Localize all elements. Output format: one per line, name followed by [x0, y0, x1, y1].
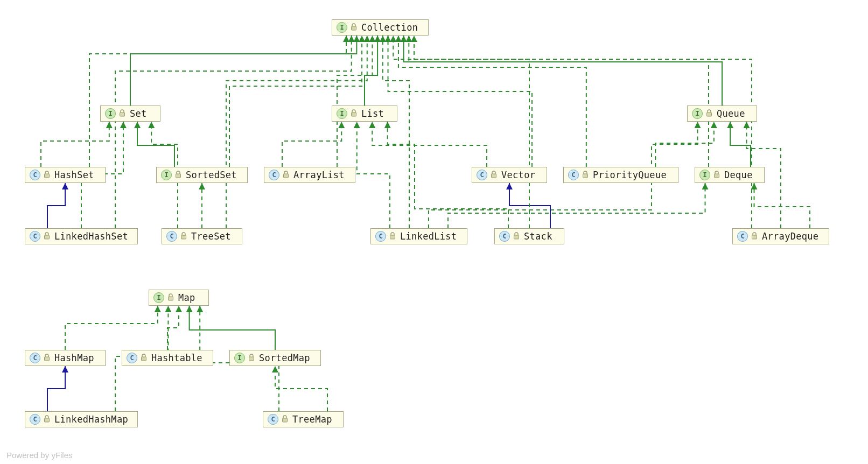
node-sortedset[interactable]: ISortedSet — [156, 167, 248, 183]
svg-rect-12 — [390, 235, 395, 239]
node-arraydeque[interactable]: CArrayDeque — [732, 228, 829, 244]
interface-icon: I — [337, 22, 347, 33]
lock-icon — [141, 353, 151, 363]
edge-treeset-to-collection — [226, 36, 367, 228]
node-hashset[interactable]: CHashSet — [25, 167, 106, 183]
node-label: LinkedHashMap — [54, 414, 128, 425]
edge-hashset-to-set — [41, 122, 109, 167]
svg-rect-0 — [352, 26, 356, 30]
node-label: SortedMap — [259, 353, 310, 363]
lock-icon — [167, 293, 178, 303]
node-treeset[interactable]: CTreeSet — [162, 228, 242, 244]
interface-icon: I — [105, 108, 116, 119]
interface-icon: I — [337, 108, 347, 119]
svg-rect-11 — [181, 235, 186, 239]
node-hashtable[interactable]: CHashtable — [122, 350, 213, 366]
node-label: HashSet — [54, 170, 94, 180]
class-icon: C — [30, 353, 40, 363]
class-icon: C — [30, 170, 40, 180]
lock-icon — [713, 170, 724, 180]
edge-linkedlist-to-list — [357, 122, 390, 228]
node-treemap[interactable]: CTreeMap — [263, 411, 344, 427]
node-label: Set — [130, 108, 147, 119]
lock-icon — [180, 231, 191, 242]
edge-treemap-to-sortedmap — [275, 366, 327, 411]
node-queue[interactable]: IQueue — [687, 106, 757, 122]
node-arraylist[interactable]: CArrayList — [264, 167, 355, 183]
edge-set-to-collection — [130, 36, 356, 106]
node-deque[interactable]: IDeque — [695, 167, 765, 183]
interface-icon: I — [234, 353, 245, 363]
svg-rect-10 — [45, 235, 50, 239]
class-icon: C — [568, 170, 579, 180]
lock-icon — [119, 109, 130, 119]
lock-icon — [389, 231, 400, 242]
lock-icon — [282, 414, 292, 425]
lock-icon — [351, 23, 361, 33]
lock-icon — [44, 170, 54, 180]
node-label: ArrayDeque — [762, 231, 818, 242]
node-linkedhashmap[interactable]: CLinkedHashMap — [25, 411, 138, 427]
node-label: LinkedHashSet — [54, 231, 128, 242]
edge-vector-to-collection — [388, 36, 532, 167]
node-set[interactable]: ISet — [100, 106, 160, 122]
interface-icon: I — [153, 292, 164, 303]
node-linkedhashset[interactable]: CLinkedHashSet — [25, 228, 138, 244]
node-sortedmap[interactable]: ISortedMap — [229, 350, 321, 366]
edge-priorityqueue-to-collection — [398, 36, 586, 167]
footer-attribution: Powered by yFiles — [6, 451, 73, 460]
svg-rect-18 — [249, 357, 254, 361]
class-icon: C — [268, 414, 278, 425]
edge-arraylist-to-list — [282, 122, 341, 167]
lock-icon — [513, 231, 524, 242]
edge-deque-to-collection — [409, 36, 709, 167]
edge-linkedhashset-to-collection — [115, 36, 352, 228]
edge-linkedlist-to-deque — [448, 183, 705, 228]
edge-stack-to-vector — [509, 183, 550, 228]
edge-linkedlist-to-collection — [383, 36, 409, 228]
node-label: Collection — [361, 22, 418, 33]
interface-icon: I — [692, 108, 703, 119]
lock-icon — [491, 170, 501, 180]
node-linkedlist[interactable]: CLinkedList — [370, 228, 467, 244]
edge-priorityqueue-to-queue — [655, 122, 714, 167]
lock-icon — [283, 170, 293, 180]
edge-stack-to-collection — [393, 36, 529, 228]
lock-icon — [44, 231, 54, 242]
svg-rect-20 — [283, 418, 288, 422]
interface-icon: I — [161, 170, 172, 180]
edge-sortedset-to-set — [137, 122, 174, 167]
svg-rect-13 — [514, 235, 519, 239]
svg-rect-19 — [45, 418, 50, 422]
lock-icon — [351, 109, 361, 119]
svg-rect-14 — [752, 235, 757, 239]
edge-arraydeque-to-deque — [754, 183, 810, 228]
node-label: Map — [178, 292, 195, 303]
node-hashmap[interactable]: CHashMap — [25, 350, 106, 366]
node-collection[interactable]: ICollection — [332, 19, 429, 36]
node-vector[interactable]: CVector — [472, 167, 547, 183]
edge-arraylist-to-collection — [337, 36, 372, 167]
edge-sortedmap-to-map — [190, 306, 275, 350]
node-stack[interactable]: CStack — [494, 228, 564, 244]
node-label: Deque — [724, 170, 753, 180]
node-list[interactable]: IList — [332, 106, 397, 122]
edge-hashmap-to-map — [65, 306, 158, 350]
class-icon: C — [499, 231, 510, 242]
edge-linkedhashmap-to-hashmap — [47, 366, 65, 411]
edge-hashtable-to-map — [167, 306, 179, 350]
node-label: TreeMap — [292, 414, 332, 425]
class-icon: C — [30, 414, 40, 425]
lock-icon — [751, 231, 762, 242]
lock-icon — [582, 170, 593, 180]
class-icon: C — [30, 231, 40, 242]
svg-rect-15 — [169, 297, 173, 300]
lock-icon — [248, 353, 259, 363]
node-map[interactable]: IMap — [149, 290, 209, 306]
node-label: PriorityQueue — [593, 170, 667, 180]
svg-rect-4 — [45, 174, 50, 178]
node-label: TreeSet — [191, 231, 231, 242]
node-label: Vector — [501, 170, 535, 180]
node-priorityqueue[interactable]: CPriorityQueue — [563, 167, 678, 183]
class-icon: C — [127, 353, 137, 363]
